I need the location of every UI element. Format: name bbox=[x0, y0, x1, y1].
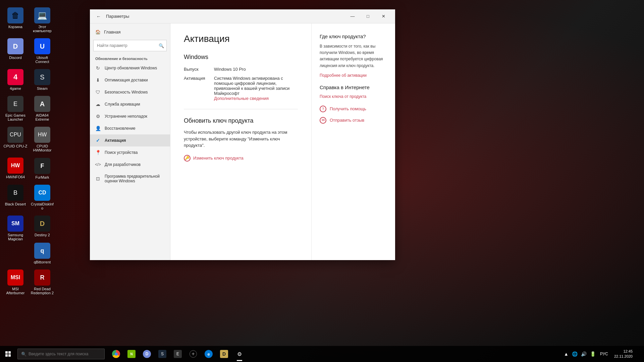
sidebar-section-title: Обновление и безопасность bbox=[90, 53, 170, 62]
desktop-icon-rdr2[interactable]: R Red Dead Redemption 2 bbox=[29, 267, 56, 297]
taskbar-search-bar[interactable]: 🔍 bbox=[17, 349, 105, 359]
taskbar-epic-icon[interactable]: E bbox=[170, 346, 185, 362]
taskbar-search-input[interactable] bbox=[29, 352, 101, 356]
windows-update-icon: ↻ bbox=[95, 65, 101, 71]
sidebar-search-input[interactable] bbox=[93, 40, 167, 51]
taskbar: 🔍 N D S E bbox=[0, 346, 644, 362]
additional-info-link[interactable]: Дополнительные сведения bbox=[214, 96, 269, 101]
aida64-label: AIDA64 Extreme bbox=[30, 113, 54, 121]
find-key-link[interactable]: Поиск ключа от продукта bbox=[320, 94, 387, 99]
language-indicator[interactable]: РУС bbox=[599, 352, 609, 356]
taskbar-clock[interactable]: 12:45 22.11.2020 bbox=[611, 349, 635, 359]
send-feedback-icon: ✉ bbox=[320, 117, 326, 124]
furmark-label: FurMark bbox=[36, 175, 49, 179]
section-divider bbox=[184, 109, 298, 109]
desktop-icon-msi[interactable]: MSI MSI Afterburner bbox=[2, 267, 29, 297]
window-back-button[interactable]: ← bbox=[94, 12, 103, 21]
hwinfo-label: HWiNFO64 bbox=[6, 175, 25, 179]
get-help-action[interactable]: ? Получить помощь bbox=[320, 106, 387, 112]
taskbar-edge-icon[interactable]: e bbox=[201, 346, 216, 362]
backup-label: Служба архивации bbox=[105, 102, 140, 107]
edition-value: Windows 10 Pro bbox=[214, 67, 246, 72]
discord-label: Discord bbox=[9, 56, 21, 60]
battery-icon[interactable]: 🔋 bbox=[589, 351, 597, 357]
recovery-label: Восстановление bbox=[105, 126, 136, 131]
window-body: 🏠 Главная 🔍 Обновление и безопасность ↻ … bbox=[90, 23, 395, 260]
msi-label: MSI Afterburner bbox=[3, 287, 28, 295]
update-key-title: Обновить ключ продукта bbox=[184, 117, 298, 124]
desktop-icon-hwmonitor[interactable]: HW CPUID HWMonitor bbox=[29, 125, 56, 154]
network-icon[interactable]: 🌐 bbox=[571, 351, 579, 357]
update-key-desc: Чтобы использовать другой ключ продукта … bbox=[184, 129, 298, 149]
tray-arrow-icon[interactable]: ▲ bbox=[563, 351, 570, 357]
ubisoft-label: Ubisoft Connect bbox=[30, 56, 54, 64]
discord-icon: D bbox=[7, 38, 23, 54]
taskbar-pinned-icons: N D S E + e D bbox=[109, 346, 247, 362]
desktop-icon-furmark[interactable]: F FurMark bbox=[29, 156, 56, 181]
desktop-icon-my-computer[interactable]: 💻 Этот компьютер bbox=[29, 5, 56, 35]
recycle-icon: 🗑 bbox=[7, 7, 23, 23]
desktop-icon-steam[interactable]: S Steam bbox=[29, 67, 56, 93]
desktop-icon-hwinfo[interactable]: HW HWiNFO64 bbox=[2, 156, 29, 181]
sidebar-item-backup[interactable]: ☁ Служба архивации bbox=[90, 98, 170, 110]
desktop-icon-4game[interactable]: 4 4game bbox=[2, 67, 29, 93]
taskbar-discord-icon[interactable]: D bbox=[140, 346, 154, 362]
activation-details-link[interactable]: Подробнее об активации bbox=[320, 73, 387, 78]
volume-icon[interactable]: 🔊 bbox=[580, 351, 588, 357]
taskbar-steam-icon[interactable]: S bbox=[155, 346, 170, 362]
get-help-icon: ? bbox=[320, 106, 326, 112]
page-title: Активация bbox=[184, 34, 298, 44]
desktop-icon-qbittorrent[interactable]: q qBittorrent bbox=[29, 241, 56, 266]
sidebar-item-developers[interactable]: </> Для разработчиков bbox=[90, 159, 170, 171]
activation-row: Активация Система Windows активирована с… bbox=[184, 76, 298, 101]
taskbar-chrome-icon[interactable] bbox=[109, 346, 123, 362]
window-title: Параметры bbox=[106, 14, 345, 19]
maximize-button[interactable]: □ bbox=[360, 11, 376, 22]
sidebar-item-security[interactable]: 🛡 Безопасность Windows bbox=[90, 86, 170, 98]
desktop-icon-destiny2[interactable]: D Destiny 2 bbox=[29, 214, 56, 239]
desktop-icon-discord[interactable]: D Discord bbox=[2, 36, 29, 62]
desktop: 🗑 Корзина 💻 Этот компьютер D Discord U U… bbox=[0, 0, 644, 362]
change-key-icon: 🔑 bbox=[184, 155, 191, 162]
get-help-label: Получить помощь bbox=[330, 106, 366, 111]
desktop-icon-aida64[interactable]: A AIDA64 Extreme bbox=[29, 94, 56, 123]
desktop-icon-recycle[interactable]: 🗑 Корзина bbox=[2, 5, 29, 31]
close-button[interactable]: ✕ bbox=[376, 11, 391, 22]
change-key-label: Изменить ключ продукта bbox=[193, 156, 244, 161]
sidebar-item-find-device[interactable]: 📍 Поиск устройства bbox=[90, 146, 170, 159]
change-key-link[interactable]: 🔑 Изменить ключ продукта bbox=[184, 155, 298, 162]
taskbar-nvidia-icon[interactable]: N bbox=[124, 346, 139, 362]
settings-right-panel: Где ключ продукта? В зависимости от того… bbox=[311, 23, 395, 260]
destiny2-icon: D bbox=[34, 216, 50, 232]
start-button[interactable] bbox=[0, 346, 16, 362]
taskbar-settings-icon[interactable]: ⚙ bbox=[232, 346, 247, 362]
desktop-icon-crystaldisk[interactable]: CD CrystalDiskInfo bbox=[29, 183, 56, 212]
sidebar-item-windows-update[interactable]: ↻ Центр обновления Windows bbox=[90, 62, 170, 74]
recovery-icon: 👤 bbox=[95, 126, 101, 131]
where-key-title: Где ключ продукта? bbox=[320, 34, 387, 39]
taskbar-add-icon[interactable]: + bbox=[186, 346, 201, 362]
sidebar-item-recovery[interactable]: 👤 Восстановление bbox=[90, 122, 170, 134]
my-computer-icon: 💻 bbox=[34, 7, 50, 23]
desktop-icon-epic[interactable]: E Epic Games Launcher bbox=[2, 94, 29, 123]
send-feedback-action[interactable]: ✉ Отправить отзыв bbox=[320, 117, 387, 124]
sidebar-item-activation[interactable]: ✓ Активация bbox=[90, 134, 170, 146]
sidebar-item-delivery[interactable]: ⬇ Оптимизация доставки bbox=[90, 74, 170, 86]
taskbar-destiny-icon[interactable]: D bbox=[217, 346, 231, 362]
svg-rect-1 bbox=[8, 351, 11, 354]
taskbar-search-icon: 🔍 bbox=[21, 352, 26, 357]
desktop-icon-samsung[interactable]: SM Samsung Magician bbox=[2, 214, 29, 243]
where-key-text: В зависимости от того, как вы получили W… bbox=[320, 43, 387, 69]
internet-section-title: Справка в Интернете bbox=[320, 84, 387, 90]
recycle-label: Корзина bbox=[8, 25, 22, 29]
4game-icon: 4 bbox=[7, 69, 23, 85]
minimize-button[interactable]: — bbox=[345, 11, 360, 22]
sidebar-item-insider[interactable]: ⊡ Программа предварительной оценки Windo… bbox=[90, 171, 170, 187]
desktop-icon-cpuid[interactable]: CPU CPUID CPU-Z bbox=[2, 125, 29, 150]
sidebar-item-troubleshoot[interactable]: ⚙ Устранение неполадок bbox=[90, 110, 170, 122]
rdr2-icon: R bbox=[34, 269, 50, 286]
desktop-icon-ubisoft[interactable]: U Ubisoft Connect bbox=[29, 36, 56, 66]
destiny2-label: Destiny 2 bbox=[35, 233, 50, 237]
sidebar-home-item[interactable]: 🏠 Главная bbox=[90, 26, 170, 38]
desktop-icon-black-desert[interactable]: B Black Desert bbox=[2, 183, 29, 208]
